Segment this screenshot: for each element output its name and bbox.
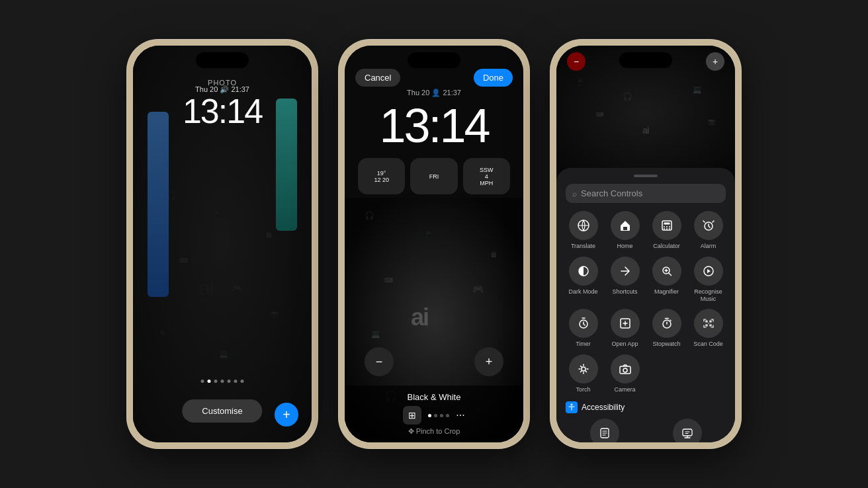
calculator-icon xyxy=(652,211,681,240)
recognise-music-icon xyxy=(694,257,723,286)
customise-button[interactable]: Customise xyxy=(182,399,262,423)
control-recognise-music[interactable]: Recognise Music xyxy=(691,257,726,303)
dark-mode-label: Dark Mode xyxy=(568,288,597,296)
page-indicator xyxy=(201,380,244,383)
shortcuts-icon xyxy=(611,257,640,286)
home-icon xyxy=(611,211,640,240)
widget-day: FRI xyxy=(410,158,457,194)
dark-mode-icon xyxy=(569,257,598,286)
accessibility-section: Accessibility Native xyxy=(566,401,726,442)
svg-point-3 xyxy=(664,226,665,227)
control-home[interactable]: Home xyxy=(607,211,642,250)
timer-label: Timer xyxy=(576,341,591,348)
dot-3 xyxy=(214,380,218,383)
search-controls-bar[interactable]: ⌕ Search Controls xyxy=(566,184,726,203)
magnifier-label: Magnifier xyxy=(654,288,679,296)
control-scan-code[interactable]: Scan Code xyxy=(691,309,726,348)
dot-5 xyxy=(228,380,231,383)
control-open-app[interactable]: Open App xyxy=(607,309,642,348)
svg-point-5 xyxy=(669,226,670,227)
phone-3: 📱 🎧 💻 ⌨ 📷 ai − + ⌕ Search Controls xyxy=(550,39,742,449)
torch-icon xyxy=(569,354,598,384)
stopwatch-icon xyxy=(652,309,681,338)
svg-point-4 xyxy=(666,226,668,227)
home-label: Home xyxy=(617,243,632,250)
svg-rect-2 xyxy=(664,223,670,225)
cancel-button[interactable]: Cancel xyxy=(355,69,400,87)
search-icon: ⌕ xyxy=(572,189,577,198)
control-timer[interactable]: Timer xyxy=(566,309,601,348)
phone2-bottom-bar: Black & White ⊞ ··· ✥ Pinch to Crop xyxy=(345,386,523,442)
filter-controls: ⊞ ··· xyxy=(345,406,523,425)
open-app-label: Open App xyxy=(611,341,638,348)
svg-point-16 xyxy=(582,367,586,371)
control-alarm[interactable]: Alarm xyxy=(691,211,726,250)
control-translate[interactable]: Translate xyxy=(566,211,601,250)
phone2-bottom-controls: − + xyxy=(345,347,523,376)
gallery-icon-button[interactable]: ⊞ xyxy=(403,406,421,425)
filter-page-dots xyxy=(428,414,449,417)
dot-2 xyxy=(208,380,211,383)
phone1-time: 13:14 xyxy=(133,94,312,128)
camera-label: Camera xyxy=(614,386,635,393)
svg-point-6 xyxy=(664,228,665,229)
add-wallpaper-button[interactable]: + xyxy=(474,347,503,376)
control-torch[interactable]: Torch xyxy=(566,354,601,393)
control-magnifier[interactable]: Magnifier xyxy=(649,257,684,303)
search-controls-placeholder: Search Controls xyxy=(581,188,642,198)
phone2-header: Cancel Done xyxy=(345,69,523,87)
acc-native[interactable]: Native xyxy=(566,419,643,442)
control-shortcuts[interactable]: Shortcuts xyxy=(607,257,642,303)
svg-point-8 xyxy=(669,228,670,229)
svg-rect-21 xyxy=(683,429,692,436)
phone2-time: 13:14 xyxy=(345,99,523,153)
add-control-button[interactable]: + xyxy=(706,52,724,71)
dynamic-island-1 xyxy=(196,52,249,68)
add-button[interactable]: + xyxy=(275,403,298,427)
scan-code-icon xyxy=(694,309,723,338)
phone1-status-area: Thu 20 🔊 21:37 13:14 xyxy=(133,85,312,128)
dynamic-island-2 xyxy=(408,52,460,68)
filter-name: Black & White xyxy=(345,392,523,402)
torch-label: Torch xyxy=(576,386,590,393)
svg-point-7 xyxy=(666,228,668,229)
native-icon xyxy=(590,419,619,442)
live-speech-icon xyxy=(673,419,702,442)
phone-2: Cancel Done Thu 20 👤 21:37 13:14 19°12 2… xyxy=(338,39,530,449)
control-dark-mode[interactable]: Dark Mode xyxy=(566,257,601,303)
widget-weather: 19°12 20 xyxy=(358,158,405,194)
dot-6 xyxy=(234,380,238,383)
calculator-label: Calculator xyxy=(653,243,680,250)
translate-icon xyxy=(569,211,598,240)
open-app-icon xyxy=(611,309,640,338)
dot-1 xyxy=(201,380,204,383)
controls-grid: Translate Home Calculator xyxy=(566,211,726,393)
accessibility-icon xyxy=(566,401,578,413)
done-button[interactable]: Done xyxy=(474,69,513,87)
control-camera[interactable]: Camera xyxy=(607,354,642,393)
svg-point-19 xyxy=(571,403,573,405)
sheet-handle xyxy=(634,175,658,177)
more-button[interactable]: ··· xyxy=(456,409,464,421)
widget-wind: SSW4MPH xyxy=(463,158,510,194)
controls-sheet: ⌕ Search Controls Translate xyxy=(556,168,735,442)
pinch-crop-label: ✥ Pinch to Crop xyxy=(345,427,523,436)
minus-button[interactable]: − xyxy=(365,347,394,376)
recognise-music-label: Recognise Music xyxy=(691,288,726,303)
phone-1: 🎧 📱 🖥 ⌨ 🎮 📷 🔌 💻 ai PHOTO Thu 20 🔊 21:37 … xyxy=(126,39,318,449)
acc-live-speech[interactable]: Live Speech xyxy=(648,419,726,442)
alarm-icon xyxy=(694,211,723,240)
phone2-date: Thu 20 👤 21:37 xyxy=(345,89,523,97)
svg-point-18 xyxy=(623,368,627,372)
timer-icon xyxy=(569,309,598,338)
remove-control-button[interactable]: − xyxy=(567,52,586,71)
phone2-widgets: 19°12 20 FRI SSW4MPH xyxy=(358,158,510,194)
control-calculator[interactable]: Calculator xyxy=(649,211,684,250)
dot-4 xyxy=(221,380,224,383)
magnifier-icon xyxy=(652,257,681,286)
dynamic-island-3 xyxy=(619,52,672,68)
camera-icon xyxy=(611,354,640,384)
control-stopwatch[interactable]: Stopwatch xyxy=(649,309,684,348)
dot-7 xyxy=(241,380,244,383)
accessibility-grid: Native Live Speech xyxy=(566,419,726,442)
